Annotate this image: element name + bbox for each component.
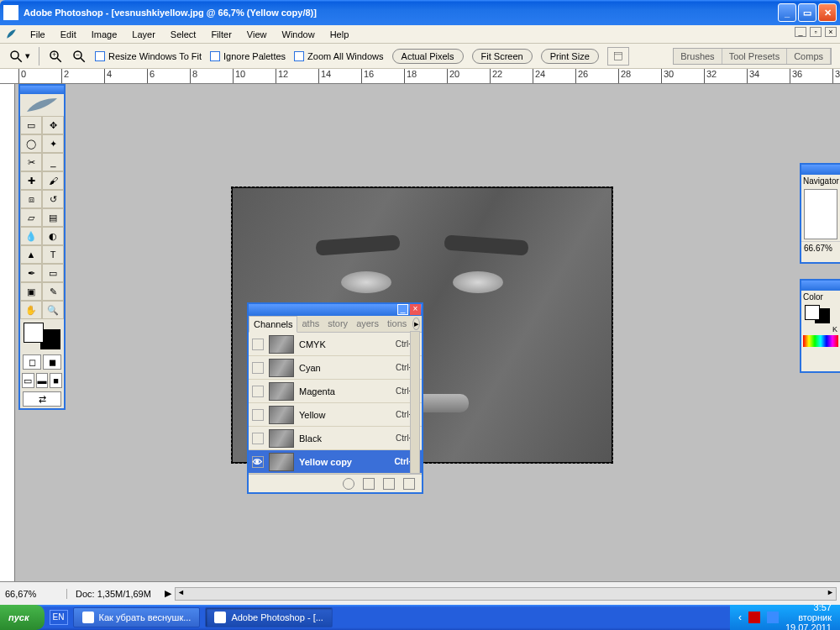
menu-edit[interactable]: Edit <box>54 28 83 41</box>
navigator-zoom[interactable]: 66.67% <box>801 241 840 255</box>
mdi-close[interactable]: × <box>825 27 837 37</box>
panel-close-button[interactable]: × <box>410 304 421 315</box>
channels-panel-titlebar[interactable]: _ × <box>249 304 422 316</box>
resize-windows-checkbox[interactable]: Resize Windows To Fit <box>95 51 202 61</box>
tab-actions[interactable]: tions <box>383 316 411 332</box>
path-select-tool[interactable]: ▲ <box>20 245 42 264</box>
tab-channels[interactable]: Channels <box>249 316 297 333</box>
pen-tool[interactable]: ✒ <box>20 264 42 282</box>
panel-scrollbar[interactable] <box>410 331 420 474</box>
save-selection-icon[interactable] <box>363 478 375 490</box>
channel-row[interactable]: Cyan Ctrl+1 <box>249 356 422 380</box>
taskbar-task[interactable]: Как убрать веснушк... <box>73 607 201 627</box>
color-swatches[interactable] <box>24 323 60 349</box>
channel-row[interactable]: Black Ctrl+4 <box>249 427 422 450</box>
screen-full[interactable]: ■ <box>50 373 62 388</box>
menu-image[interactable]: Image <box>85 28 124 41</box>
jump-to-imageready[interactable]: ⇄ <box>23 391 61 407</box>
wand-tool[interactable]: ✦ <box>42 134 64 153</box>
tab-paths[interactable]: aths <box>297 316 323 332</box>
visibility-toggle[interactable] <box>252 386 264 397</box>
tray-expand-icon[interactable]: ‹ <box>738 612 742 623</box>
taskbar-task[interactable]: Adobe Photoshop - [... <box>205 607 332 627</box>
channel-row[interactable]: CMYK Ctrl+~ <box>249 333 422 356</box>
navigator-preview[interactable] <box>804 189 837 239</box>
menu-view[interactable]: View <box>240 28 274 41</box>
tray-icon[interactable] <box>767 612 779 623</box>
hand-tool[interactable]: ✋ <box>20 301 42 319</box>
zoom-in-icon[interactable]: + <box>48 49 63 64</box>
start-button[interactable]: пуск <box>0 605 45 630</box>
menu-file[interactable]: File <box>24 28 52 41</box>
move-tool[interactable]: ✥ <box>42 116 64 134</box>
menu-help[interactable]: Help <box>323 28 356 41</box>
print-size-button[interactable]: Print Size <box>541 49 599 64</box>
zoom-tool[interactable]: 🔍 <box>42 301 64 319</box>
color-titlebar[interactable] <box>801 281 840 291</box>
dock-tab-tool-presets[interactable]: Tool Presets <box>722 49 788 64</box>
mdi-minimize[interactable]: _ <box>795 27 806 37</box>
menu-layer[interactable]: Layer <box>125 28 162 41</box>
actual-pixels-button[interactable]: Actual Pixels <box>392 49 464 64</box>
quickmask-mode[interactable]: ◼ <box>43 354 61 370</box>
panel-menu-button[interactable]: ▸ <box>412 318 420 330</box>
tab-history[interactable]: story <box>323 316 352 332</box>
type-tool[interactable]: T <box>42 245 64 264</box>
status-zoom[interactable]: 66,67% <box>0 589 67 599</box>
fit-screen-button[interactable]: Fit Screen <box>472 49 533 64</box>
dock-tab-brushes[interactable]: Brushes <box>674 49 722 64</box>
tab-layers[interactable]: ayers <box>352 316 383 332</box>
shape-tool[interactable]: ▭ <box>42 264 64 282</box>
healing-tool[interactable]: ✚ <box>20 171 42 190</box>
color-swatch[interactable] <box>805 305 830 323</box>
visibility-toggle[interactable] <box>252 433 264 444</box>
menu-window[interactable]: Window <box>276 28 322 41</box>
slice-tool[interactable]: ⎯ <box>42 153 64 171</box>
trash-icon[interactable] <box>403 478 415 490</box>
mdi-restore[interactable]: ▫ <box>810 27 822 37</box>
brush-tool[interactable]: 🖌 <box>42 171 64 190</box>
blur-tool[interactable]: 💧 <box>20 227 42 245</box>
tray-icon[interactable] <box>748 612 760 623</box>
close-button[interactable]: ✕ <box>818 3 837 22</box>
channel-row[interactable]: 👁 Yellow copy Ctrl+5 <box>249 450 422 474</box>
toolbox-titlebar[interactable] <box>20 86 64 94</box>
notes-tool[interactable]: ▣ <box>20 282 42 301</box>
lasso-tool[interactable]: ◯ <box>20 134 42 153</box>
taskbar-clock[interactable]: 3:57 вторник 19.07.2011 <box>785 602 832 630</box>
new-channel-icon[interactable] <box>383 478 395 490</box>
dodge-tool[interactable]: ◐ <box>42 227 64 245</box>
visibility-toggle[interactable]: 👁 <box>252 456 264 468</box>
eraser-tool[interactable]: ▱ <box>20 208 42 227</box>
panel-minimize-button[interactable]: _ <box>397 304 408 315</box>
color-spectrum[interactable] <box>803 335 838 347</box>
eyedropper-tool[interactable]: ✎ <box>42 282 64 301</box>
zoom-out-icon[interactable]: − <box>71 49 87 64</box>
status-menu-arrow[interactable]: ▶ <box>165 588 171 599</box>
zoom-all-checkbox[interactable]: Zoom All Windows <box>294 51 383 61</box>
gradient-tool[interactable]: ▤ <box>42 208 64 227</box>
marquee-tool[interactable]: ▭ <box>20 116 42 134</box>
channel-row[interactable]: Yellow Ctrl+3 <box>249 403 422 427</box>
crop-tool[interactable]: ✂ <box>20 153 42 171</box>
stamp-tool[interactable]: ⧇ <box>20 190 42 208</box>
minimize-button[interactable]: _ <box>778 3 796 22</box>
history-brush-tool[interactable]: ↺ <box>42 190 64 208</box>
horizontal-scrollbar[interactable] <box>175 587 837 601</box>
ignore-palettes-checkbox[interactable]: Ignore Palettes <box>210 51 286 61</box>
menu-select[interactable]: Select <box>164 28 203 41</box>
maximize-button[interactable]: ▭ <box>798 3 816 22</box>
visibility-toggle[interactable] <box>252 409 264 421</box>
visibility-toggle[interactable] <box>252 339 264 350</box>
screen-standard[interactable]: ▭ <box>22 373 34 388</box>
palette-well-icon[interactable] <box>607 47 629 66</box>
standard-mode[interactable]: ◻ <box>23 354 41 370</box>
load-selection-icon[interactable] <box>343 478 354 490</box>
dock-tab-comps[interactable]: Comps <box>787 49 831 64</box>
channel-row[interactable]: Magenta Ctrl+2 <box>249 380 422 403</box>
language-indicator[interactable]: EN <box>50 610 68 625</box>
navigator-titlebar[interactable] <box>801 165 840 175</box>
menu-filter[interactable]: Filter <box>204 28 238 41</box>
visibility-toggle[interactable] <box>252 362 264 374</box>
screen-full-menu[interactable]: ▬ <box>36 373 49 388</box>
